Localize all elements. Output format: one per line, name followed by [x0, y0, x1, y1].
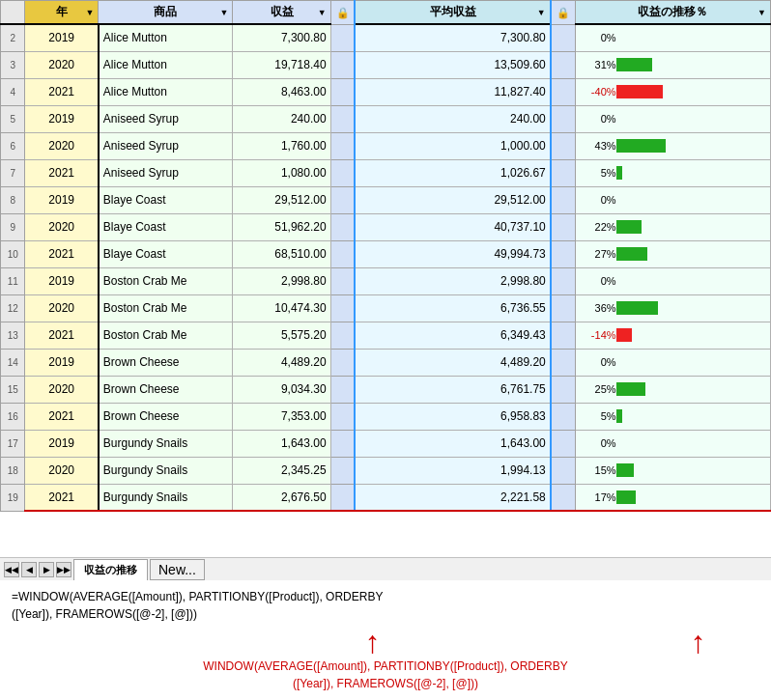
row-number: 3	[1, 51, 25, 78]
trend-percent-label: 5%	[580, 167, 616, 179]
cell-revenue[interactable]: 1,080.00	[233, 159, 330, 186]
cell-year[interactable]: 2020	[25, 132, 99, 159]
cell-year[interactable]: 2019	[25, 24, 99, 51]
lock-col-1: 🔒	[330, 1, 355, 25]
product-dropdown-icon[interactable]: ▼	[220, 8, 229, 17]
cell-revenue[interactable]: 68,510.00	[233, 240, 330, 267]
cell-revenue[interactable]: 19,718.40	[233, 51, 330, 78]
cell-avg[interactable]: 1,994.13	[355, 457, 550, 484]
cell-revenue[interactable]: 7,353.00	[233, 403, 330, 430]
cell-avg[interactable]: 240.00	[355, 105, 550, 132]
cell-avg[interactable]: 49,994.73	[355, 240, 550, 267]
cell-revenue[interactable]: 1,643.00	[233, 430, 330, 457]
cell-avg[interactable]: 6,761.75	[355, 376, 550, 403]
cell-product[interactable]: Brown Cheese	[99, 349, 233, 376]
cell-avg[interactable]: 4,489.20	[355, 349, 550, 376]
spacer-col-1	[330, 322, 355, 349]
cell-product[interactable]: Boston Crab Me	[99, 294, 233, 322]
trend-percent-label: 15%	[580, 464, 616, 476]
nav-last[interactable]: ▶▶	[56, 562, 71, 577]
cell-product[interactable]: Burgundy Snails	[99, 430, 233, 457]
tab-new[interactable]: New...	[150, 559, 205, 580]
cell-avg[interactable]: 6,349.43	[355, 322, 550, 349]
row-number: 13	[1, 322, 25, 349]
cell-avg[interactable]: 2,998.80	[355, 267, 550, 294]
cell-product[interactable]: Burgundy Snails	[99, 484, 233, 511]
cell-year[interactable]: 2019	[25, 267, 99, 294]
cell-revenue[interactable]: 2,345.25	[233, 457, 330, 484]
cell-year[interactable]: 2020	[25, 457, 99, 484]
cell-avg[interactable]: 1,643.00	[355, 430, 550, 457]
cell-product[interactable]: Aniseed Syrup	[99, 132, 233, 159]
cell-product[interactable]: Alice Mutton	[99, 51, 233, 78]
cell-product[interactable]: Blaye Coast	[99, 186, 233, 213]
formula-red-container: WINDOW(AVERAGE([Amount]), PARTITIONBY([P…	[12, 658, 759, 692]
nav-first[interactable]: ◀◀	[4, 562, 19, 577]
cell-year[interactable]: 2019	[25, 186, 99, 213]
spacer-col-1	[330, 349, 355, 376]
cell-revenue[interactable]: 9,034.30	[233, 376, 330, 403]
cell-product[interactable]: Aniseed Syrup	[99, 105, 233, 132]
cell-trend: 36%	[575, 294, 770, 322]
header-revenue: 収益 ▼	[233, 1, 330, 25]
cell-product[interactable]: Blaye Coast	[99, 213, 233, 240]
cell-year[interactable]: 2021	[25, 159, 99, 186]
cell-year[interactable]: 2021	[25, 240, 99, 267]
cell-year[interactable]: 2020	[25, 376, 99, 403]
cell-product[interactable]: Burgundy Snails	[99, 457, 233, 484]
cell-year[interactable]: 2021	[25, 78, 99, 105]
cell-revenue[interactable]: 7,300.80	[233, 24, 330, 51]
cell-product[interactable]: Brown Cheese	[99, 376, 233, 403]
cell-year[interactable]: 2019	[25, 430, 99, 457]
cell-year[interactable]: 2021	[25, 403, 99, 430]
cell-revenue[interactable]: 10,474.30	[233, 294, 330, 322]
trend-bar	[616, 247, 647, 261]
nav-prev[interactable]: ◀	[21, 562, 37, 577]
cell-revenue[interactable]: 51,962.20	[233, 213, 330, 240]
cell-year[interactable]: 2021	[25, 322, 99, 349]
spacer-col-2	[551, 78, 575, 105]
avg-dropdown-icon[interactable]: ▼	[537, 8, 546, 17]
revenue-dropdown-icon[interactable]: ▼	[318, 8, 327, 17]
cell-product[interactable]: Boston Crab Me	[99, 322, 233, 349]
cell-revenue[interactable]: 1,760.00	[233, 132, 330, 159]
cell-revenue[interactable]: 2,998.80	[233, 267, 330, 294]
row-number: 8	[1, 186, 25, 213]
cell-avg[interactable]: 2,221.58	[355, 484, 550, 511]
cell-avg[interactable]: 1,000.00	[355, 132, 550, 159]
cell-avg[interactable]: 6,736.55	[355, 294, 550, 322]
nav-next[interactable]: ▶	[39, 562, 54, 577]
cell-avg[interactable]: 1,026.67	[355, 159, 550, 186]
cell-product[interactable]: Brown Cheese	[99, 403, 233, 430]
cell-year[interactable]: 2021	[25, 484, 99, 511]
cell-year[interactable]: 2019	[25, 349, 99, 376]
cell-avg[interactable]: 13,509.60	[355, 51, 550, 78]
cell-avg[interactable]: 29,512.00	[355, 186, 550, 213]
cell-year[interactable]: 2020	[25, 294, 99, 322]
cell-revenue[interactable]: 8,463.00	[233, 78, 330, 105]
trend-bar	[616, 166, 622, 180]
cell-revenue[interactable]: 5,575.20	[233, 322, 330, 349]
cell-avg[interactable]: 11,827.40	[355, 78, 550, 105]
year-dropdown-icon[interactable]: ▼	[85, 8, 94, 17]
cell-avg[interactable]: 6,958.83	[355, 403, 550, 430]
cell-product[interactable]: Boston Crab Me	[99, 267, 233, 294]
trend-dropdown-icon[interactable]: ▼	[757, 8, 766, 17]
cell-avg[interactable]: 40,737.10	[355, 213, 550, 240]
cell-year[interactable]: 2019	[25, 105, 99, 132]
cell-trend: -40%	[575, 78, 770, 105]
cell-product[interactable]: Alice Mutton	[99, 78, 233, 105]
tab-revenue-trend[interactable]: 収益の推移	[73, 559, 148, 580]
cell-revenue[interactable]: 2,676.50	[233, 484, 330, 511]
cell-year[interactable]: 2020	[25, 213, 99, 240]
cell-product[interactable]: Blaye Coast	[99, 240, 233, 267]
cell-avg[interactable]: 7,300.80	[355, 24, 550, 51]
cell-revenue[interactable]: 4,489.20	[233, 349, 330, 376]
cell-product[interactable]: Aniseed Syrup	[99, 159, 233, 186]
trend-percent-label: 22%	[580, 221, 616, 233]
cell-product[interactable]: Alice Mutton	[99, 24, 233, 51]
cell-revenue[interactable]: 240.00	[233, 105, 330, 132]
cell-year[interactable]: 2020	[25, 51, 99, 78]
trend-percent-label: 5%	[580, 410, 616, 422]
cell-revenue[interactable]: 29,512.00	[233, 186, 330, 213]
